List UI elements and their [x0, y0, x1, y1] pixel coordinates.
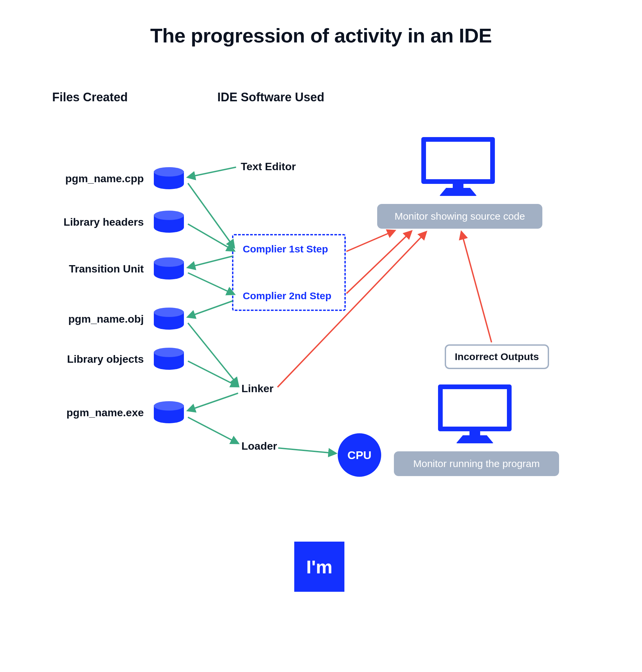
diagram-canvas: The progression of activity in an IDE Fi…	[0, 0, 642, 672]
column-header-files: Files Created	[52, 90, 128, 104]
svg-line-6	[188, 323, 238, 385]
cylinder-icon	[154, 308, 184, 329]
sw-label-text-editor: Text Editor	[241, 160, 296, 173]
cylinder-icon	[154, 257, 184, 280]
sw-label-linker: Linker	[241, 383, 273, 395]
svg-line-7	[188, 361, 238, 387]
cylinder-icon	[154, 401, 184, 423]
svg-line-1	[188, 183, 234, 247]
file-label-obj: pgm_name.obj	[43, 313, 144, 325]
monitor-running-label: Monitor running the program	[413, 458, 540, 469]
file-label-tu: Transition Unit	[43, 263, 144, 275]
cpu-circle: CPU	[338, 433, 381, 477]
svg-line-14	[461, 232, 491, 343]
svg-line-8	[188, 393, 238, 411]
file-label-headers: Library headers	[43, 216, 144, 228]
svg-line-10	[278, 448, 336, 453]
compiler-step-2: Complier 2nd Step	[243, 290, 335, 301]
incorrect-outputs-box: Incorrect Outputs	[445, 344, 549, 369]
cylinder-icon	[154, 348, 184, 370]
svg-line-11	[346, 231, 395, 251]
logo: I'm	[294, 542, 344, 592]
file-label-cpp: pgm_name.cpp	[43, 172, 144, 185]
svg-line-0	[188, 167, 236, 177]
compiler-step-1: Complier 1st Step	[243, 243, 335, 255]
file-label-libobj: Library objects	[43, 353, 144, 365]
diagram-title: The progression of activity in an IDE	[0, 24, 642, 47]
svg-line-3	[188, 256, 233, 268]
incorrect-outputs-label: Incorrect Outputs	[455, 351, 539, 362]
monitor-source-label: Monitor showing source code	[395, 211, 525, 222]
svg-line-5	[188, 301, 233, 317]
monitor-icon	[438, 385, 512, 445]
svg-line-2	[188, 224, 234, 251]
column-header-software: IDE Software Used	[217, 90, 324, 104]
file-label-exe: pgm_name.exe	[43, 406, 144, 419]
monitor-source-box: Monitor showing source code	[377, 204, 542, 229]
svg-line-12	[346, 231, 411, 294]
monitor-running-box: Monitor running the program	[394, 451, 559, 476]
logo-text: I'm	[306, 556, 333, 578]
monitor-icon	[421, 137, 495, 197]
cylinder-icon	[154, 211, 184, 233]
svg-line-4	[188, 273, 234, 294]
svg-line-9	[188, 417, 238, 443]
compiler-box: Complier 1st Step Complier 2nd Step	[232, 234, 346, 311]
cpu-label: CPU	[347, 449, 372, 462]
sw-label-loader: Loader	[241, 440, 277, 452]
cylinder-icon	[154, 167, 184, 189]
